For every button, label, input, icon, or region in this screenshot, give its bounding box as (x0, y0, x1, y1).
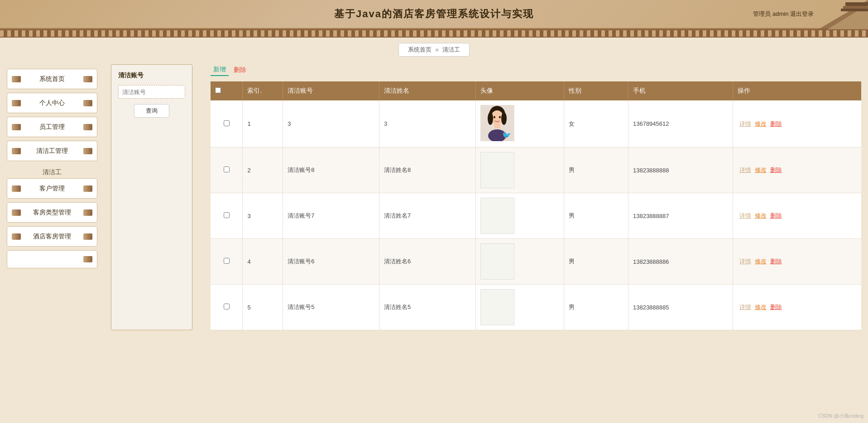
sidebar-item-room[interactable]: 酒店客房管理 (7, 226, 97, 247)
sidebar-item-customer[interactable]: 客户管理 (7, 178, 97, 199)
table-row: 3清洁账号7清洁姓名7男13823888887详情修改删除 (211, 193, 861, 239)
table-row: 4清洁账号6清洁姓名6男13823888886详情修改删除 (211, 239, 861, 285)
cell-name-4: 清洁姓名5 (379, 285, 476, 330)
breadcrumb-home[interactable]: 系统首页 (408, 46, 432, 54)
edit-button-0[interactable]: 修改 (753, 120, 768, 128)
sidebar-icon-left-home (12, 76, 21, 82)
sidebar-icon-right-rt (83, 209, 92, 216)
sidebar-item-staff[interactable]: 员工管理 (7, 117, 97, 137)
sidebar-item-room-type[interactable]: 客房类型管理 (7, 202, 97, 223)
sidebar-item-label-home: 系统首页 (39, 75, 65, 83)
content-row: 清洁账号 查询 新增 删除 (111, 64, 861, 330)
detail-button-2[interactable]: 详情 (738, 212, 753, 220)
row-checkbox-2[interactable] (224, 212, 230, 218)
delete-button-2[interactable]: 删除 (768, 212, 784, 220)
detail-button-0[interactable]: 详情 (738, 120, 753, 128)
sidebar-icon-left-cm (12, 148, 21, 154)
table-row: 2清洁账号8清洁姓名8男13823888888详情修改删除 (211, 147, 861, 193)
sidebar-item-home[interactable]: 系统首页 (7, 69, 97, 89)
delete-button-4[interactable]: 删除 (768, 303, 784, 311)
breadcrumb-container: 系统首页 ≡ 清洁工 (0, 38, 868, 62)
row-checkbox-3[interactable] (224, 258, 230, 264)
query-button[interactable]: 查询 (134, 104, 169, 118)
cell-avatar-4 (475, 285, 564, 330)
table-header: 索引. 清洁账号 清洁姓名 头像 性别 手机 操作 (211, 81, 861, 100)
header-index: 索引. (243, 81, 283, 100)
sidebar-item-extra[interactable] (7, 250, 97, 268)
select-all-checkbox[interactable] (215, 87, 221, 93)
cell-account-0: 3 (283, 100, 379, 147)
sidebar-icon-right-profile (83, 100, 92, 106)
cell-index-1: 2 (243, 147, 283, 193)
sidebar-item-label-room: 酒店客房管理 (33, 233, 71, 241)
cell-name-3: 清洁姓名6 (379, 239, 476, 285)
edit-button-2[interactable]: 修改 (753, 212, 768, 220)
cell-index-3: 4 (243, 239, 283, 285)
row-checkbox-1[interactable] (224, 166, 230, 172)
edit-button-4[interactable]: 修改 (753, 303, 768, 311)
cell-phone-3: 13823888886 (628, 239, 733, 285)
table-section: 新增 删除 索引. 清洁账号 清洁姓名 头像 (211, 64, 861, 330)
edit-button-1[interactable]: 修改 (753, 166, 768, 174)
content-area: 清洁账号 查询 新增 删除 (104, 64, 868, 422)
header-avatar: 头像 (475, 81, 564, 100)
row-checkbox-4[interactable] (224, 304, 230, 309)
breadcrumb-sep: ≡ (435, 47, 439, 53)
avatar-placeholder-2 (480, 198, 514, 234)
search-input[interactable] (118, 85, 185, 99)
table-actions: 新增 删除 (211, 64, 861, 76)
sidebar-icon-left-room (12, 233, 21, 240)
sidebar-icon-right-home (83, 76, 92, 82)
sidebar-item-profile[interactable]: 个人中心 (7, 93, 97, 113)
header: 基于Java的酒店客房管理系统设计与实现 管理员 admin 退出登录 (0, 0, 868, 29)
delete-button-3[interactable]: 删除 (768, 257, 784, 266)
sidebar-item-cleaner-management[interactable]: 清洁工管理 (7, 141, 97, 161)
add-button[interactable]: 新增 (211, 64, 229, 76)
header-title: 基于Java的酒店客房管理系统设计与实现 (334, 7, 534, 21)
sidebar-icon-right-cm (83, 148, 92, 154)
table-row: 133 🐦 女13678945612详情修改删 (211, 100, 861, 147)
svg-rect-10 (494, 124, 500, 128)
table-body: 133 🐦 女13678945612详情修改删 (211, 100, 861, 330)
header-user: 管理员 admin 退出登录 (753, 10, 814, 18)
roof-decoration (818, 0, 868, 29)
cell-actions-2: 详情修改删除 (733, 193, 861, 239)
detail-button-1[interactable]: 详情 (738, 166, 753, 174)
cell-phone-1: 13823888888 (628, 147, 733, 193)
sidebar-icon-left-profile (12, 100, 21, 106)
header-checkbox-col (211, 81, 243, 100)
edit-button-3[interactable]: 修改 (753, 257, 768, 266)
cell-actions-3: 详情修改删除 (733, 239, 861, 285)
main-layout: 系统首页 个人中心 员工管理 清洁工管理 清洁工 客户管理 客房类型 (0, 62, 868, 423)
cell-gender-2: 男 (564, 193, 628, 239)
detail-button-3[interactable]: 详情 (738, 257, 753, 266)
sidebar-icon-left-staff (12, 124, 21, 130)
sidebar-section-cleaner: 清洁工 (7, 165, 97, 178)
sidebar-item-label-staff: 员工管理 (39, 123, 65, 131)
cell-gender-3: 男 (564, 239, 628, 285)
svg-text:🐦: 🐦 (502, 131, 511, 139)
data-table: 索引. 清洁账号 清洁姓名 头像 性别 手机 操作 133 (211, 81, 861, 330)
cell-account-3: 清洁账号6 (283, 239, 379, 285)
cell-account-2: 清洁账号7 (283, 193, 379, 239)
svg-point-13 (499, 116, 501, 119)
delete-button-0[interactable]: 删除 (768, 120, 784, 128)
sidebar-icon-right-staff (83, 124, 92, 130)
avatar-placeholder-3 (480, 243, 514, 280)
delete-button-1[interactable]: 删除 (768, 166, 784, 174)
row-checkbox-0[interactable] (224, 120, 230, 126)
border-strip (0, 29, 868, 38)
cell-index-4: 5 (243, 285, 283, 330)
delete-multi-button[interactable]: 删除 (231, 65, 249, 76)
cell-actions-1: 详情修改删除 (733, 147, 861, 193)
svg-rect-4 (841, 9, 868, 11)
header-action: 操作 (733, 81, 861, 100)
cell-name-0: 3 (379, 100, 476, 147)
header-phone: 手机 (628, 81, 733, 100)
detail-button-4[interactable]: 详情 (738, 303, 753, 311)
sidebar-icon-right-cust (83, 185, 92, 192)
cell-phone-0: 13678945612 (628, 100, 733, 147)
search-panel-title: 清洁账号 (118, 71, 185, 80)
avatar-placeholder-1 (480, 152, 514, 188)
svg-point-8 (488, 112, 493, 125)
